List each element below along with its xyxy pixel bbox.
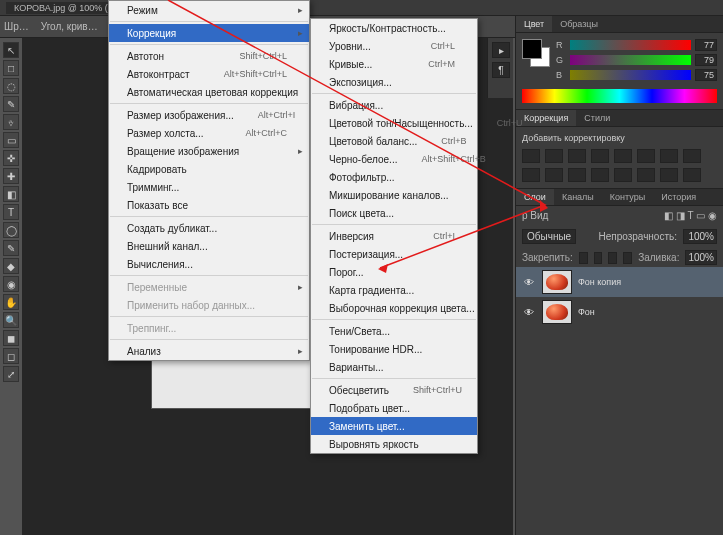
tab-Контуры[interactable]: Контуры — [602, 189, 653, 205]
menu-item[interactable]: Тени/Света... — [311, 322, 477, 340]
fill-value[interactable]: 100% — [685, 250, 717, 265]
menu-item[interactable]: Уровни...Ctrl+L — [311, 37, 477, 55]
menu-item[interactable]: ИнверсияCtrl+I — [311, 227, 477, 245]
tool-14[interactable]: ✋ — [3, 294, 19, 310]
adjustment-icon[interactable] — [591, 149, 609, 163]
menu-item[interactable]: Тримминг... — [109, 178, 309, 196]
tool-11[interactable]: ✎ — [3, 240, 19, 256]
adjustment-icon[interactable] — [637, 168, 655, 182]
menu-item[interactable]: АвтотонShift+Ctrl+L — [109, 47, 309, 65]
g-slider[interactable] — [570, 55, 691, 65]
adjustment-icon[interactable] — [591, 168, 609, 182]
menu-item[interactable]: Размер изображения...Alt+Ctrl+I — [109, 106, 309, 124]
menu-item[interactable]: Микширование каналов... — [311, 186, 477, 204]
tool-17[interactable]: ◻ — [3, 348, 19, 364]
adjustment-icon[interactable] — [683, 149, 701, 163]
adjustment-icon[interactable] — [568, 168, 586, 182]
b-slider[interactable] — [570, 70, 691, 80]
spectrum-ramp[interactable] — [522, 89, 717, 103]
tool-8[interactable]: ◧ — [3, 186, 19, 202]
tool-3[interactable]: ✎ — [3, 96, 19, 112]
adjustment-icon[interactable] — [683, 168, 701, 182]
tool-18[interactable]: ⤢ — [3, 366, 19, 382]
fg-bg-swatch[interactable] — [522, 39, 550, 67]
menu-item[interactable]: Выборочная коррекция цвета... — [311, 299, 477, 317]
menu-item[interactable]: Режим — [109, 1, 309, 19]
visibility-icon[interactable]: 👁 — [522, 305, 536, 319]
adjustment-icon[interactable] — [545, 149, 563, 163]
menu-item[interactable]: Экспозиция... — [311, 73, 477, 91]
adjustment-icon[interactable] — [660, 149, 678, 163]
adjustment-icon[interactable] — [614, 149, 632, 163]
menu-item[interactable]: Порог... — [311, 263, 477, 281]
adjustment-icon[interactable] — [614, 168, 632, 182]
b-value[interactable]: 75 — [695, 69, 717, 81]
adjustment-icon[interactable] — [660, 168, 678, 182]
menu-item[interactable]: Карта градиента... — [311, 281, 477, 299]
menu-item[interactable]: Кадрировать — [109, 160, 309, 178]
menu-item[interactable]: Подобрать цвет... — [311, 399, 477, 417]
tool-9[interactable]: T — [3, 204, 19, 220]
tab-swatches[interactable]: Образцы — [552, 16, 606, 32]
tool-5[interactable]: ▭ — [3, 132, 19, 148]
layer-row[interactable]: 👁Фон — [516, 297, 723, 327]
tool-13[interactable]: ◉ — [3, 276, 19, 292]
menu-item[interactable]: Тонирование HDR... — [311, 340, 477, 358]
tool-1[interactable]: □ — [3, 60, 19, 76]
menu-item[interactable]: АвтоконтрастAlt+Shift+Ctrl+L — [109, 65, 309, 83]
menu-item[interactable]: Анализ — [109, 342, 309, 360]
tab-styles[interactable]: Стили — [576, 110, 618, 126]
opt-angle[interactable]: Угол, крив… — [41, 21, 98, 32]
menu-item[interactable]: Вычисления... — [109, 255, 309, 273]
menu-item[interactable]: Варианты... — [311, 358, 477, 376]
tab-Слои[interactable]: Слои — [516, 189, 554, 205]
tool-6[interactable]: ✜ — [3, 150, 19, 166]
menu-item[interactable]: Цветовой баланс...Ctrl+B — [311, 132, 477, 150]
menu-item[interactable]: Внешний канал... — [109, 237, 309, 255]
tool-2[interactable]: ◌ — [3, 78, 19, 94]
tool-10[interactable]: ◯ — [3, 222, 19, 238]
adjustment-icon[interactable] — [637, 149, 655, 163]
lock-btn[interactable] — [623, 252, 632, 264]
menu-item[interactable]: Автоматическая цветовая коррекцияShift+C… — [109, 83, 309, 101]
menu-item[interactable]: Заменить цвет... — [311, 417, 477, 435]
opt-font[interactable]: Шр… — [4, 21, 29, 32]
dock-icon[interactable]: ¶ — [492, 62, 510, 78]
layer-kind[interactable]: р Вид — [522, 210, 548, 221]
layer-name[interactable]: Фон копия — [578, 277, 621, 287]
menu-item[interactable]: Фотофильтр... — [311, 168, 477, 186]
menu-item[interactable]: Выровнять яркость — [311, 435, 477, 453]
menu-item[interactable]: Создать дубликат... — [109, 219, 309, 237]
visibility-icon[interactable]: 👁 — [522, 275, 536, 289]
menu-item[interactable]: Коррекция — [109, 24, 309, 42]
tab-adjustments[interactable]: Коррекция — [516, 110, 576, 126]
layer-row[interactable]: 👁Фон копия — [516, 267, 723, 297]
tool-12[interactable]: ◆ — [3, 258, 19, 274]
menu-item[interactable]: Цветовой тон/Насыщенность...Ctrl+U — [311, 114, 477, 132]
adjustment-icon[interactable] — [545, 168, 563, 182]
lock-btn[interactable] — [579, 252, 588, 264]
g-value[interactable]: 79 — [695, 54, 717, 66]
tool-4[interactable]: ⎀ — [3, 114, 19, 130]
menu-item[interactable]: Черно-белое...Alt+Shift+Ctrl+B — [311, 150, 477, 168]
tab-История[interactable]: История — [653, 189, 704, 205]
menu-item[interactable]: Показать все — [109, 196, 309, 214]
tab-Каналы[interactable]: Каналы — [554, 189, 602, 205]
opacity-value[interactable]: 100% — [683, 229, 717, 244]
menu-item[interactable]: Кривые...Ctrl+M — [311, 55, 477, 73]
blend-mode[interactable]: Обычные — [522, 229, 576, 244]
tab-color[interactable]: Цвет — [516, 16, 552, 32]
lock-btn[interactable] — [608, 252, 617, 264]
tool-0[interactable]: ↖ — [3, 42, 19, 58]
adjustment-icon[interactable] — [568, 149, 586, 163]
menu-item[interactable]: Яркость/Контрастность... — [311, 19, 477, 37]
adjustment-icon[interactable] — [522, 149, 540, 163]
adjustment-icon[interactable] — [522, 168, 540, 182]
r-value[interactable]: 77 — [695, 39, 717, 51]
tool-16[interactable]: ◼ — [3, 330, 19, 346]
menu-item[interactable]: Вращение изображения — [109, 142, 309, 160]
menu-item[interactable]: Постеризация... — [311, 245, 477, 263]
menu-item[interactable]: Размер холста...Alt+Ctrl+C — [109, 124, 309, 142]
menu-item[interactable]: Поиск цвета... — [311, 204, 477, 222]
tool-15[interactable]: 🔍 — [3, 312, 19, 328]
